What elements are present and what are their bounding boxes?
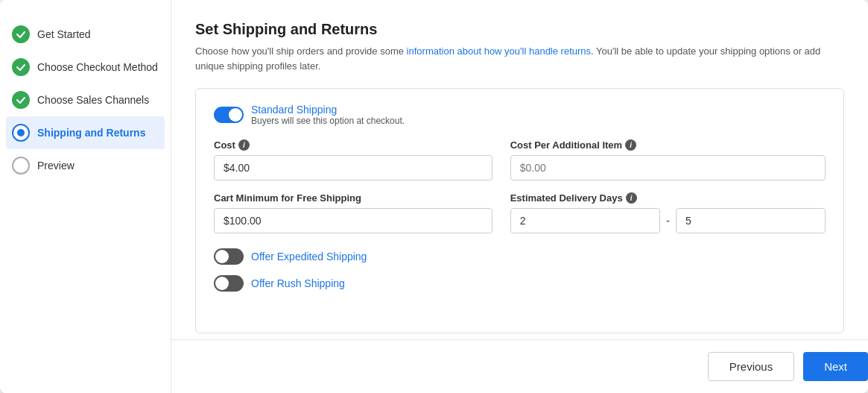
sidebar: Get Started Choose Checkout Method C	[0, 0, 171, 393]
previous-button[interactable]: Previous	[708, 352, 794, 381]
cost-field: Cost i	[214, 139, 492, 180]
offer-expedited-knob	[215, 250, 229, 263]
cost-per-additional-field: Cost Per Additional Item i	[510, 139, 826, 180]
offer-expedited-label: Offer Expedited Shipping	[251, 251, 367, 262]
sidebar-label-get-started: Get Started	[37, 28, 91, 40]
step-icon-get-started	[12, 25, 30, 43]
estimated-delivery-label: Estimated Delivery Days i	[510, 192, 826, 204]
page-title: Set Shipping and Returns	[195, 21, 844, 38]
sidebar-label-choose-checkout-method: Choose Checkout Method	[37, 61, 158, 73]
footer-actions: Previous Next	[171, 339, 868, 393]
sidebar-item-choose-checkout-method[interactable]: Choose Checkout Method	[0, 51, 171, 84]
offer-rush-row: Offer Rush Shipping	[214, 275, 826, 292]
cart-minimum-label: Cart Minimum for Free Shipping	[214, 192, 492, 204]
estimated-delivery-info-icon: i	[626, 192, 637, 204]
cost-input[interactable]	[214, 155, 492, 180]
desc-link: information about how you'll handle retu…	[407, 45, 591, 57]
sidebar-label-preview: Preview	[37, 160, 75, 172]
offer-expedited-row: Offer Expedited Shipping	[214, 248, 826, 265]
standard-shipping-text: Standard Shipping Buyers will see this o…	[251, 104, 405, 126]
sidebar-item-get-started[interactable]: Get Started	[0, 18, 171, 51]
cost-label: Cost i	[214, 139, 492, 151]
standard-shipping-row: Standard Shipping Buyers will see this o…	[214, 104, 826, 126]
delivery-to-input[interactable]	[676, 208, 826, 233]
cart-minimum-field: Cart Minimum for Free Shipping	[214, 192, 492, 233]
standard-shipping-sublabel: Buyers will see this option at checkout.	[251, 116, 405, 126]
sidebar-label-choose-sales-channels: Choose Sales Channels	[37, 94, 149, 106]
offer-expedited-toggle[interactable]	[214, 248, 244, 265]
delivery-dash: -	[666, 214, 670, 227]
shipping-card: Standard Shipping Buyers will see this o…	[195, 88, 844, 333]
step-icon-choose-sales-channels	[12, 91, 30, 109]
cost-per-additional-label: Cost Per Additional Item i	[510, 139, 826, 151]
cost-per-additional-input[interactable]	[510, 155, 826, 180]
sidebar-item-shipping-and-returns[interactable]: Shipping and Returns	[6, 116, 165, 149]
cart-minimum-input[interactable]	[214, 208, 492, 233]
step-icon-preview	[12, 157, 30, 175]
sidebar-item-choose-sales-channels[interactable]: Choose Sales Channels	[0, 84, 171, 116]
sidebar-item-preview[interactable]: Preview	[0, 149, 171, 182]
standard-shipping-toggle[interactable]	[214, 107, 244, 123]
standard-shipping-label: Standard Shipping	[251, 104, 405, 116]
main-content: Set Shipping and Returns Choose how you'…	[171, 0, 868, 393]
delivery-from-input[interactable]	[510, 208, 660, 233]
step-icon-shipping-and-returns	[12, 124, 30, 142]
cost-per-additional-info-icon: i	[625, 139, 636, 151]
form-grid: Cost i Cost Per Additional Item i	[214, 139, 826, 233]
delivery-range-row: -	[510, 208, 826, 233]
cost-info-icon: i	[238, 139, 250, 151]
offer-rush-toggle[interactable]	[214, 275, 244, 292]
step-icon-choose-checkout-method	[12, 58, 30, 76]
offer-rush-label: Offer Rush Shipping	[251, 277, 345, 289]
page-description: Choose how you'll ship orders and provid…	[195, 44, 844, 73]
toggle-knob	[229, 108, 242, 122]
estimated-delivery-field: Estimated Delivery Days i -	[510, 192, 826, 233]
next-button[interactable]: Next	[803, 352, 868, 381]
offer-rush-knob	[215, 277, 229, 290]
sidebar-label-shipping-and-returns: Shipping and Returns	[37, 127, 145, 139]
